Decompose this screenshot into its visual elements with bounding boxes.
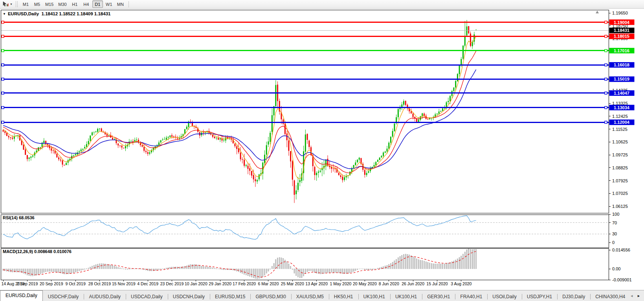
chart-tab-ger30-h1[interactable]: GER30,H1 <box>422 292 455 301</box>
hline-handle-left[interactable] <box>2 50 4 52</box>
chart-tab-usoil-daily[interactable]: USOil,Daily <box>487 292 521 301</box>
price-axis[interactable]: 1.196501.187501.178501.142251.133251.124… <box>609 11 635 282</box>
chart-tab-dj30-daily[interactable]: DJ30,Daily <box>557 292 590 301</box>
chart-tab-eurusd-daily[interactable]: EURUSD,Daily <box>0 290 43 301</box>
hline-handle-right[interactable] <box>605 50 607 52</box>
chart-tab-xauusd-m5[interactable]: XAUUSD,M5 <box>291 292 329 301</box>
chart-cursor-tool-button[interactable]: ▼ <box>1 1 14 7</box>
date-tick-label: 8 Jun 2020 <box>379 281 399 286</box>
date-tick-label: 25 Mar 2020 <box>281 281 304 286</box>
chart-tab-usdjpy-h1[interactable]: USDJPY,H1 <box>522 292 557 301</box>
hline-handle-left[interactable] <box>2 35 4 37</box>
chart-tab-usdchf-daily[interactable]: USDCHF,Daily <box>43 292 84 301</box>
date-tick-label: 3 Aug 2020 <box>451 281 472 286</box>
rsi-frame <box>1 215 609 248</box>
timeframe-button-h1[interactable]: H1 <box>70 0 80 8</box>
timeframe-button-m1[interactable]: M1 <box>20 0 31 8</box>
price-tick-label: 1.09725 <box>612 152 628 157</box>
hline-handle-left[interactable] <box>2 78 4 80</box>
hline-1.15019[interactable] <box>1 78 609 80</box>
hline-handle-right[interactable] <box>605 21 607 24</box>
rsi-panel[interactable] <box>1 216 609 239</box>
chart-tabs-group: EURUSD,DailyUSDCHF,DailyAUDUSD,DailyUSDC… <box>0 290 644 301</box>
price-tick-label: 1.06125 <box>612 204 628 209</box>
date-tick-label: 28 Oct 2019 <box>88 281 111 286</box>
chart-window: 1.196501.187501.178501.142251.133251.124… <box>0 9 644 290</box>
chart-tab-uk100-h1[interactable]: UK100,H1 <box>358 292 390 301</box>
hline-handle-left[interactable] <box>2 64 4 66</box>
toolbar-grip[interactable] <box>16 1 18 7</box>
hline-handle-right[interactable] <box>605 92 607 94</box>
chart-tab-usdcnh-daily[interactable]: USDCNH,Daily <box>168 292 210 301</box>
date-tick-label: 17 Feb 2020 <box>233 281 256 286</box>
date-tick-label: 23 Dec 2019 <box>160 281 184 286</box>
date-tick-label: 4 Dec 2019 <box>137 281 158 286</box>
hline-handle-right[interactable] <box>605 106 607 109</box>
price-tick-label: 1.12425 <box>612 114 628 119</box>
rsi-tick-label: 100 <box>612 212 619 217</box>
date-tick-label: 20 Sep 2019 <box>40 281 63 286</box>
svg-text:1.19004: 1.19004 <box>614 20 630 25</box>
current-price-tag: 1.18431 <box>609 28 635 33</box>
hline-handle-left[interactable] <box>2 92 4 94</box>
tab-scroll-left-icon[interactable]: ◄ <box>630 294 633 298</box>
timeframe-button-mn[interactable]: MN <box>115 0 126 8</box>
date-tick-label: 9 Oct 2019 <box>65 281 86 286</box>
timeframe-button-d1[interactable]: D1 <box>92 0 103 8</box>
chart-tab-china300-h4[interactable]: CHINA300,H4 <box>590 292 630 301</box>
hline-1.17016[interactable] <box>1 50 609 52</box>
price-tick-label: 1.19650 <box>612 11 628 15</box>
timeframe-button-w1[interactable]: W1 <box>104 0 114 8</box>
candlesticks <box>3 20 477 203</box>
hline-1.16018[interactable] <box>1 64 609 66</box>
svg-text:1.12004: 1.12004 <box>614 120 630 125</box>
ma-mid-line[interactable] <box>3 51 476 173</box>
rsi-tick-label: 0 <box>612 240 615 245</box>
hline-handle-right[interactable] <box>605 78 607 80</box>
timeframe-buttons-group: M1M5M15M30H1H4D1W1MN <box>20 0 126 8</box>
tab-scroll-arrows: ◄ ► <box>627 291 644 301</box>
hline-handle-right[interactable] <box>605 121 607 123</box>
rsi-tick-label: 30 <box>612 231 617 236</box>
scroll-to-end-marker[interactable] <box>596 11 599 13</box>
date-tick-label: 15 Jul 2020 <box>426 281 448 286</box>
chart-symbol-label: EURUSD,Daily <box>8 11 39 16</box>
chart-tab-uk100-h1[interactable]: UK100,H1 <box>390 292 422 301</box>
hline-handle-left[interactable] <box>2 121 4 123</box>
ma-slow-line[interactable] <box>3 70 476 169</box>
hline-1.18015[interactable] <box>1 35 609 37</box>
timeframe-button-m15[interactable]: M15 <box>43 0 55 8</box>
svg-text:1.17016: 1.17016 <box>614 48 629 53</box>
main-price-plot[interactable] <box>1 20 609 203</box>
timeframe-button-m30[interactable]: M30 <box>56 0 68 8</box>
chevron-down-icon: ▼ <box>10 3 13 6</box>
date-tick-label: 6 Mar 2020 <box>258 281 279 286</box>
timeframe-button-h4[interactable]: H4 <box>81 0 92 8</box>
chart-canvas[interactable]: 1.196501.187501.178501.142251.133251.124… <box>0 9 644 290</box>
svg-text:1.18431: 1.18431 <box>614 28 629 33</box>
hline-1.19004[interactable] <box>1 21 609 24</box>
ohlc-readout: 1.18412 1.18522 1.18409 1.18431 <box>42 11 111 16</box>
chart-tab-usdcad-daily[interactable]: USDCAD,Daily <box>126 292 168 301</box>
svg-text:1.14047: 1.14047 <box>614 91 629 95</box>
hline-handle-left[interactable] <box>2 106 4 109</box>
hline-1.14047[interactable] <box>1 92 609 94</box>
hline-handle-right[interactable] <box>605 64 607 66</box>
hline-1.12004[interactable] <box>1 121 609 123</box>
chart-tab-audusd-daily[interactable]: AUDUSD,Daily <box>84 292 126 301</box>
chart-tab-hk50-h1[interactable]: HK50,H1 <box>329 292 358 301</box>
hline-handle-right[interactable] <box>605 35 607 37</box>
date-axis[interactable]: 14 Aug 20192 Sep 201920 Sep 20199 Oct 20… <box>2 280 472 286</box>
macd-panel[interactable] <box>3 249 477 279</box>
chart-tab-eurusd-m15[interactable]: EURUSD,M15 <box>210 292 250 301</box>
tab-scroll-right-icon[interactable]: ► <box>637 294 640 298</box>
price-tick-label: 1.07925 <box>612 178 628 183</box>
svg-text:1.15019: 1.15019 <box>614 77 629 81</box>
price-tag-1.17016: 1.17016 <box>609 48 635 53</box>
timeframe-button-m5[interactable]: M5 <box>32 0 42 8</box>
collapse-ohlc-icon[interactable]: ▼ <box>3 12 6 16</box>
hline-1.13034[interactable] <box>1 106 609 109</box>
chart-tab-gbpusd-m30[interactable]: GBPUSD,M30 <box>250 292 291 301</box>
hline-handle-left[interactable] <box>2 21 4 24</box>
chart-tab-fra40-h1[interactable]: FRA40,H1 <box>455 292 487 301</box>
